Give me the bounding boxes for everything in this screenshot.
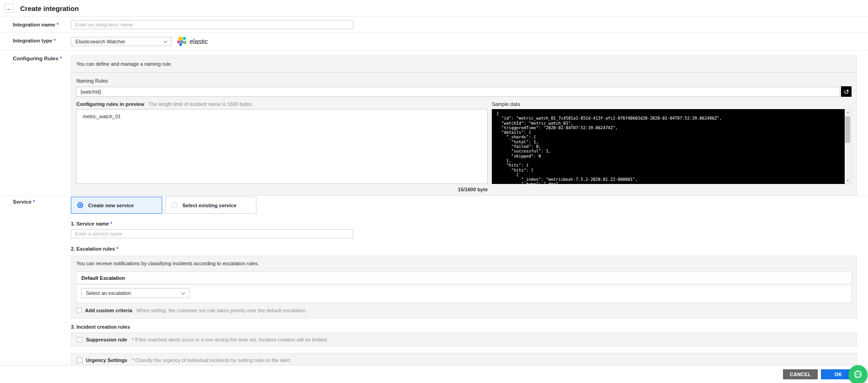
- footer-bar: CANCEL OK: [0, 365, 868, 383]
- radio-selected-icon[interactable]: [77, 202, 83, 208]
- sample-json: { "id": "metric_watch_01_7c4581a1-851d-4…: [496, 111, 845, 184]
- urgency-settings-checkbox[interactable]: [77, 357, 82, 363]
- add-custom-criteria-label: Add custom criteria: [85, 308, 132, 313]
- escalation-panel: You can receive notifications by classif…: [71, 256, 857, 319]
- naming-rules-input[interactable]: [76, 87, 840, 97]
- configuring-rules-panel: You can define and manage a naming rule.…: [71, 55, 857, 195]
- scrollbar-thumb[interactable]: [845, 116, 850, 143]
- escalation-intro: You can receive notifications by classif…: [71, 256, 857, 272]
- top-bar: ← Create integration: [0, 0, 868, 17]
- suppression-rule-bar: Suppression rule * If the matched alerts…: [71, 332, 857, 346]
- chevron-down-icon: [164, 39, 167, 42]
- preview-caption: Configuring rules in preview: [76, 101, 144, 107]
- elastic-logo: elastic: [176, 36, 208, 47]
- service-name-heading: 1. Service name*: [71, 221, 857, 226]
- radio-unselected-icon[interactable]: [171, 202, 177, 208]
- page-title: Create integration: [20, 5, 79, 12]
- urgency-settings-hint: * Classify the urgency of individual inc…: [132, 357, 291, 363]
- suppression-rule-checkbox[interactable]: [77, 337, 82, 342]
- naming-rule-intro: You can define and manage a naming rule.: [71, 56, 857, 73]
- escalation-select-value: Select an escalation: [86, 290, 131, 296]
- integration-type-row: Integration type* Elasticsearch Watcher …: [0, 33, 868, 51]
- preview-value: metric_watch_01: [83, 114, 121, 119]
- integration-type-select[interactable]: Elasticsearch Watcher: [71, 37, 171, 46]
- sample-data-scrollbar[interactable]: ▲ ▼: [845, 109, 852, 184]
- elastic-wordmark: elastic: [190, 38, 208, 45]
- add-custom-criteria-hint: When setting, the customer set rule take…: [136, 308, 307, 313]
- scroll-up-icon[interactable]: ▲: [845, 110, 851, 115]
- preview-hint: The length limit of incident name is 160…: [149, 101, 253, 107]
- required-asterisk: *: [60, 56, 62, 61]
- add-custom-criteria-checkbox[interactable]: [76, 308, 82, 313]
- sample-data-box: { "id": "metric_watch_01_7c4581a1-851d-4…: [492, 109, 852, 184]
- default-escalation-box: Default Escalation Select an escalation: [76, 272, 852, 303]
- elastic-logo-icon: [176, 36, 187, 47]
- service-label: Service*: [0, 196, 71, 367]
- scroll-down-icon[interactable]: ▼: [845, 178, 851, 184]
- integration-name-label: Integration name*: [0, 17, 71, 32]
- chat-smiley-icon: [852, 369, 864, 381]
- incident-creation-rules-heading: 3. Incident creation rules: [71, 324, 857, 330]
- cancel-button[interactable]: CANCEL: [783, 369, 818, 379]
- escalation-rules-heading: 2. Escalation rules*: [71, 246, 857, 252]
- reset-icon: ↺: [844, 89, 849, 95]
- byte-counter: 15/1600 byte: [76, 187, 488, 192]
- integration-type-value: Elasticsearch Watcher: [75, 39, 125, 44]
- escalation-select[interactable]: Select an escalation: [81, 288, 189, 298]
- integration-type-label: Integration type*: [0, 33, 71, 50]
- naming-rules-label: Naming Rules: [76, 78, 852, 84]
- chevron-down-icon: [181, 290, 185, 294]
- chat-widget-button[interactable]: [848, 365, 868, 383]
- select-existing-service-option[interactable]: Select existing service: [165, 197, 256, 214]
- integration-name-row: Integration name*: [0, 17, 868, 33]
- create-new-service-option[interactable]: Create new service: [71, 197, 162, 214]
- suppression-rule-label: Suppression rule: [86, 337, 127, 342]
- service-row: Service* Create new service Select exist…: [0, 196, 868, 367]
- suppression-rule-hint: * If the matched alerts occur in a row d…: [132, 337, 328, 342]
- reset-naming-rule-button[interactable]: ↺: [841, 86, 852, 97]
- required-asterisk: *: [117, 246, 118, 252]
- sample-data-label: Sample data: [492, 101, 520, 107]
- required-asterisk: *: [57, 22, 59, 27]
- service-name-input[interactable]: [71, 229, 353, 238]
- integration-name-input[interactable]: [71, 20, 353, 29]
- default-escalation-header: Default Escalation: [76, 272, 852, 284]
- back-arrow-icon: ←: [6, 5, 12, 11]
- add-custom-criteria-row: Add custom criteria When setting, the cu…: [71, 303, 857, 318]
- configuring-rules-row: Configuring Rules* You can define and ma…: [0, 51, 868, 196]
- urgency-settings-label: Urgency Settings: [86, 357, 127, 363]
- required-asterisk: *: [110, 221, 112, 226]
- configuring-rules-label: Configuring Rules*: [0, 51, 71, 195]
- rules-preview-box: metric_watch_01: [76, 109, 488, 184]
- back-button[interactable]: ←: [5, 4, 14, 13]
- required-asterisk: *: [53, 38, 55, 43]
- required-asterisk: *: [33, 199, 35, 205]
